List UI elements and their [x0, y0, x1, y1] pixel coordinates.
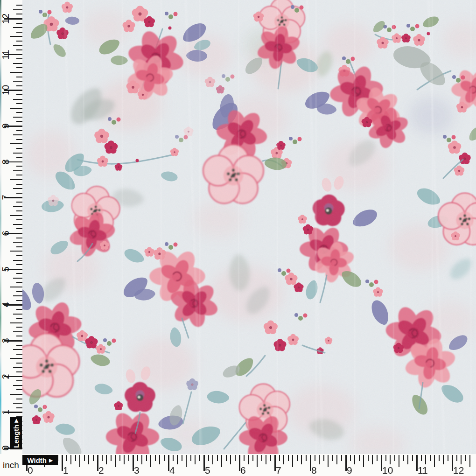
- ruler-number: 6: [0, 228, 11, 238]
- arrow-up-icon: ▶: [14, 419, 19, 422]
- ruler-number: 2: [0, 371, 11, 382]
- ruler-number: 11: [418, 465, 428, 476]
- length-ruler: 0123456789101112 Length ▶: [0, 0, 22, 454]
- ruler-number: 1: [0, 407, 11, 417]
- ruler-number: 10: [0, 85, 11, 95]
- ruler-number: 9: [347, 465, 352, 476]
- ruler-number: 8: [0, 157, 11, 167]
- ruler-number: 1: [63, 465, 69, 476]
- ruler-number: 12: [453, 465, 464, 476]
- fabric-grain-texture: [22, 0, 476, 454]
- ruler-number: 7: [276, 465, 281, 476]
- ruler-number: 0: [28, 465, 33, 476]
- ruler-number: 4: [0, 300, 11, 310]
- ruler-number: 3: [0, 336, 11, 346]
- floral-print: [22, 0, 476, 454]
- ruler-number: 3: [134, 465, 140, 476]
- ruler-number: 2: [98, 465, 104, 476]
- ruler-number: 11: [0, 49, 11, 60]
- ruler-number: 5: [0, 264, 11, 274]
- width-label-text: Width: [28, 456, 47, 464]
- fabric-swatch: [22, 0, 476, 454]
- fabric-product-photo: 0123456789101112 Length ▶ 01234567891011…: [0, 0, 476, 476]
- ruler-number: 10: [382, 465, 393, 476]
- length-label-text: Length: [12, 424, 20, 448]
- unit-label: inch: [3, 460, 19, 470]
- ruler-number: 6: [240, 465, 246, 476]
- width-ruler-numbers: 0123456789101112: [0, 454, 476, 476]
- ruler-number: 12: [0, 14, 11, 24]
- ruler-number: 5: [205, 465, 210, 476]
- length-ruler-numbers: 0123456789101112: [0, 0, 22, 454]
- ruler-number: 7: [0, 192, 11, 203]
- ruler-number: 9: [0, 121, 11, 131]
- width-label: Width ▶: [22, 455, 58, 465]
- ruler-number: 8: [311, 465, 317, 476]
- ruler-number: 4: [169, 465, 175, 476]
- width-ruler: 0123456789101112 Width ▶ inch: [0, 454, 476, 476]
- arrow-right-icon: ▶: [49, 458, 53, 463]
- ruler-number: 0: [0, 443, 11, 453]
- length-label: Length ▶: [10, 417, 22, 449]
